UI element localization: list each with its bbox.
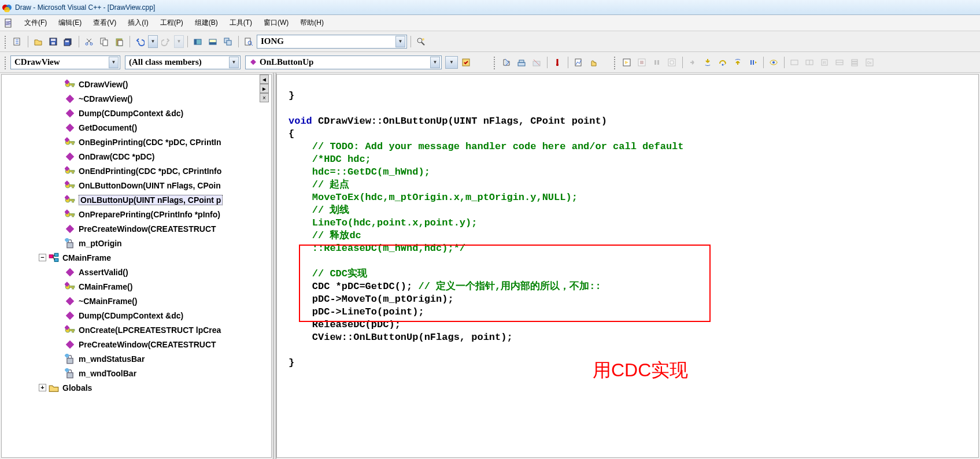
nav-right-icon[interactable]: ► xyxy=(260,84,269,93)
tree-item[interactable]: ~CDrawView() xyxy=(2,91,271,106)
tree-item[interactable]: −CMainFrame xyxy=(2,250,271,265)
tree-item[interactable]: GetDocument() xyxy=(2,120,271,135)
execute-button[interactable] xyxy=(550,55,564,69)
paste-button[interactable] xyxy=(112,35,126,49)
output-button[interactable] xyxy=(206,35,220,49)
go-debug-button[interactable] xyxy=(571,55,585,69)
svg-rect-67 xyxy=(72,141,74,144)
tree-item[interactable]: m_ptOrigin xyxy=(2,236,271,250)
new-text-file-button[interactable] xyxy=(10,35,24,49)
lock-icon xyxy=(65,239,75,248)
find-dropdown-arrow[interactable] xyxy=(395,36,405,47)
step-into-button[interactable] xyxy=(701,55,715,69)
watch-button[interactable] xyxy=(787,55,801,69)
break-debug-button[interactable] xyxy=(650,55,664,69)
toolbar-grip[interactable] xyxy=(3,35,7,49)
menu-help[interactable]: 帮助(H) xyxy=(294,16,330,29)
svg-point-35 xyxy=(556,64,559,66)
registers-button[interactable]: R xyxy=(818,55,831,69)
tree-item[interactable]: Dump(CDumpContext &dc) xyxy=(2,106,271,120)
tree-item[interactable]: PreCreateWindow(CREATESTRUCT xyxy=(2,221,271,236)
actions-button[interactable] xyxy=(459,55,473,69)
tree-item[interactable]: Dump(CDumpContext &dc) xyxy=(2,308,271,323)
nav-left-icon[interactable]: ◄ xyxy=(260,75,269,84)
run-to-cursor-button[interactable] xyxy=(746,55,760,69)
window-list-button[interactable] xyxy=(221,35,235,49)
document-icon[interactable] xyxy=(3,18,13,28)
menu-file[interactable]: 文件(F) xyxy=(19,16,53,29)
quickwatch-button[interactable] xyxy=(767,55,781,69)
key-icon xyxy=(65,195,75,205)
callstack-button[interactable] xyxy=(848,55,861,69)
menu-window[interactable]: 窗口(W) xyxy=(258,16,294,29)
step-over-button[interactable] xyxy=(716,55,730,69)
find-button[interactable] xyxy=(414,35,428,49)
stop-debug-button[interactable] xyxy=(635,55,649,69)
redo-dropdown[interactable] xyxy=(174,35,184,48)
disassembly-button[interactable]: 0x xyxy=(863,55,877,69)
tree-item[interactable]: OnLButtonUp(UINT nFlags, CPoint p xyxy=(2,193,271,207)
diamond-icon xyxy=(65,311,75,320)
tree-item[interactable]: OnBeginPrinting(CDC *pDC, CPrintIn xyxy=(2,135,271,149)
apply-changes-button[interactable] xyxy=(665,55,679,69)
restart-debug-button[interactable] xyxy=(620,55,634,69)
nav-close-icon[interactable]: × xyxy=(260,93,269,102)
filter-combo-arrow[interactable] xyxy=(229,57,239,68)
tree-item[interactable]: CDrawView() xyxy=(2,77,271,91)
build-button[interactable] xyxy=(515,55,528,69)
tree-item[interactable]: OnPreparePrinting(CPrintInfo *pInfo) xyxy=(2,207,271,221)
toolbar-grip-3[interactable] xyxy=(493,55,496,69)
collapse-icon[interactable]: − xyxy=(39,254,46,261)
redo-button[interactable] xyxy=(159,35,173,49)
compile-button[interactable] xyxy=(500,55,513,69)
find-in-files-button[interactable] xyxy=(242,35,256,49)
tree-item[interactable]: +Globals xyxy=(2,380,271,395)
tree-item[interactable]: OnLButtonDown(UINT nFlags, CPoin xyxy=(2,178,271,193)
menu-insert[interactable]: 插入(I) xyxy=(122,16,154,29)
go-button[interactable] xyxy=(445,56,458,69)
tree-item[interactable]: m_wndStatusBar xyxy=(2,351,271,366)
find-text[interactable]: IONG xyxy=(261,36,395,46)
toolbar-grip-4[interactable] xyxy=(613,55,616,69)
tree-item[interactable]: m_wndToolBar xyxy=(2,366,271,380)
svg-point-28 xyxy=(422,38,424,40)
expand-icon[interactable]: + xyxy=(39,384,46,391)
tree-item[interactable]: AssertValid() xyxy=(2,265,271,279)
save-button[interactable] xyxy=(46,35,60,49)
undo-dropdown[interactable] xyxy=(148,35,158,48)
menu-edit[interactable]: 编辑(E) xyxy=(53,16,87,29)
tree-item[interactable]: CMainFrame() xyxy=(2,279,271,294)
undo-button[interactable] xyxy=(133,35,147,49)
menu-project[interactable]: 工程(P) xyxy=(154,16,189,29)
step-out-button[interactable] xyxy=(731,55,745,69)
tree-item[interactable]: OnDraw(CDC *pDC) xyxy=(2,149,271,164)
memory-button[interactable] xyxy=(833,55,846,69)
member-combo[interactable]: OnLButtonUp xyxy=(245,55,442,69)
class-combo-arrow[interactable] xyxy=(109,57,119,68)
save-all-button[interactable] xyxy=(61,35,75,49)
menu-build[interactable]: 组建(B) xyxy=(189,16,224,29)
filter-combo[interactable]: (All class members) xyxy=(125,55,241,69)
member-combo-arrow[interactable] xyxy=(430,57,440,68)
toolbar-grip-2[interactable] xyxy=(3,55,7,69)
copy-button[interactable] xyxy=(97,35,111,49)
open-button[interactable] xyxy=(31,35,45,49)
svg-rect-105 xyxy=(66,340,75,349)
cut-button[interactable] xyxy=(82,35,96,49)
menu-view[interactable]: 查看(V) xyxy=(87,16,122,29)
breakpoint-hand-icon[interactable] xyxy=(586,55,600,69)
show-next-button[interactable] xyxy=(686,55,700,69)
tree-item[interactable]: OnCreate(LPCREATESTRUCT lpCrea xyxy=(2,323,271,337)
find-combo[interactable]: IONG xyxy=(257,35,407,49)
tree-item[interactable]: ~CMainFrame() xyxy=(2,294,271,308)
tree-item[interactable]: PreCreateWindow(CREATESTRUCT xyxy=(2,337,271,351)
workspace-button[interactable] xyxy=(191,35,205,49)
class-combo[interactable]: CDrawView xyxy=(10,55,120,69)
class-tree[interactable]: CDrawView()~CDrawView()Dump(CDumpContext… xyxy=(2,75,271,457)
code-editor[interactable]: } void CDrawView::OnLButtonUp(UINT nFlag… xyxy=(277,75,978,372)
menu-tools[interactable]: 工具(T) xyxy=(224,16,258,29)
stop-build-button[interactable] xyxy=(530,55,543,69)
code-editor-pane[interactable]: } void CDrawView::OnLButtonUp(UINT nFlag… xyxy=(276,74,979,458)
tree-item[interactable]: OnEndPrinting(CDC *pDC, CPrintInfo xyxy=(2,164,271,178)
variables-button[interactable] xyxy=(803,55,816,69)
